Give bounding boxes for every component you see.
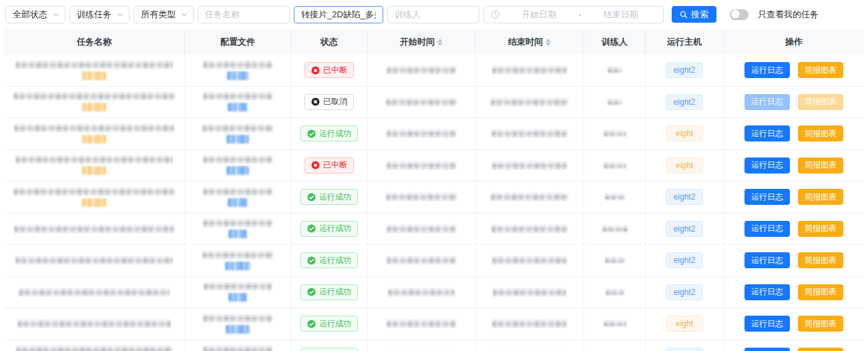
config-link-redacted[interactable] xyxy=(226,135,249,143)
host-cell: eight xyxy=(646,150,724,182)
search-icon xyxy=(680,11,688,19)
start-time-cell xyxy=(368,245,475,276)
task-name-filter-input[interactable] xyxy=(294,6,383,23)
column-header-开始时间[interactable]: 开始时间 xyxy=(368,29,475,55)
task-name-redacted xyxy=(15,61,173,69)
start-time-cell xyxy=(368,150,475,182)
config-file-cell xyxy=(185,277,291,308)
config-file-redacted xyxy=(202,124,273,132)
task-tag-redacted xyxy=(82,71,106,80)
sort-icon[interactable] xyxy=(546,39,551,46)
host-cell: eight2 xyxy=(646,245,724,276)
run-log-button[interactable]: 运行日志 xyxy=(744,157,790,173)
category-select[interactable]: 所有类型 xyxy=(134,6,194,23)
date-range-separator: - xyxy=(578,9,581,19)
start-time-redacted xyxy=(386,193,457,201)
trainer-input[interactable] xyxy=(387,6,479,23)
column-header-结束时间[interactable]: 结束时间 xyxy=(475,29,584,55)
report-chart-button[interactable]: 简报图表 xyxy=(798,62,843,78)
report-chart-button[interactable]: 简报图表 xyxy=(798,94,843,110)
status-filter-value: 全部状态 xyxy=(13,9,47,21)
config-link-redacted[interactable] xyxy=(226,325,250,334)
end-time-cell xyxy=(475,245,584,276)
trainer-cell xyxy=(584,182,646,213)
status-cell: 运行成功 xyxy=(291,340,368,351)
end-time-redacted xyxy=(491,193,568,201)
start-time-cell xyxy=(368,55,475,86)
category-value: 所有类型 xyxy=(141,9,176,21)
report-chart-button[interactable]: 简报图表 xyxy=(798,316,843,332)
status-filter-select[interactable]: 全部状态 xyxy=(5,6,65,23)
table-row: 已中断eight运行日志简报图表 xyxy=(4,150,864,182)
chevron-down-icon xyxy=(53,11,59,18)
config-link-redacted[interactable] xyxy=(226,166,249,175)
column-header-运行主机: 运行主机 xyxy=(646,29,724,55)
run-log-button[interactable]: 运行日志 xyxy=(744,284,790,300)
run-log-button[interactable]: 运行日志 xyxy=(744,316,790,332)
config-link-redacted[interactable] xyxy=(228,198,248,207)
report-chart-button[interactable]: 简报图表 xyxy=(798,284,843,300)
run-log-button[interactable]: 运行日志 xyxy=(744,94,790,110)
column-header-label: 结束时间 xyxy=(508,36,543,48)
host-tag: eight xyxy=(666,157,703,173)
run-log-button[interactable]: 运行日志 xyxy=(744,189,790,205)
status-cell: 已取消 xyxy=(291,87,368,118)
run-log-button[interactable]: 运行日志 xyxy=(744,62,790,78)
task-name-redacted xyxy=(16,346,172,351)
start-time-cell xyxy=(368,87,475,118)
run-log-button[interactable]: 运行日志 xyxy=(744,252,790,268)
host-tag: eight2 xyxy=(666,189,703,205)
report-chart-button[interactable]: 简报图表 xyxy=(798,189,843,205)
config-file-redacted xyxy=(203,346,272,351)
config-link-redacted[interactable] xyxy=(227,71,248,80)
end-time-cell xyxy=(475,340,584,351)
task-tag-redacted xyxy=(82,166,106,175)
host-cell: eight2 xyxy=(646,277,724,308)
start-time-redacted xyxy=(387,256,456,264)
task-tag-redacted xyxy=(82,135,106,143)
config-file-cell xyxy=(185,87,291,118)
run-log-button[interactable]: 运行日志 xyxy=(744,221,790,237)
config-link-redacted[interactable] xyxy=(228,230,247,238)
start-time-redacted xyxy=(387,161,456,169)
trainer-cell xyxy=(584,87,646,118)
column-header-label: 状态 xyxy=(320,36,338,48)
task-name-cell xyxy=(4,87,185,118)
status-badge: 运行成功 xyxy=(300,252,358,268)
status-label: 运行成功 xyxy=(319,128,351,139)
config-link-redacted[interactable] xyxy=(228,293,247,302)
only-mine-toggle[interactable] xyxy=(730,9,748,20)
host-tag: eight2 xyxy=(666,221,703,237)
table-header: 任务名称配置文件状态开始时间结束时间训练人运行主机操作 xyxy=(4,29,864,55)
sort-icon[interactable] xyxy=(437,39,443,46)
config-link-redacted[interactable] xyxy=(225,262,250,270)
check-circle-icon xyxy=(307,256,316,265)
start-time-cell xyxy=(368,277,475,308)
status-cell: 运行成功 xyxy=(291,245,368,276)
config-file-redacted xyxy=(203,314,272,322)
config-file-redacted xyxy=(203,92,272,100)
report-chart-button[interactable]: 简报图表 xyxy=(798,157,843,173)
report-chart-button[interactable]: 简报图表 xyxy=(798,348,843,351)
trainer-redacted xyxy=(604,130,626,137)
status-label: 运行成功 xyxy=(319,286,351,298)
trainer-cell xyxy=(584,340,646,351)
status-label: 运行成功 xyxy=(319,223,351,234)
end-time-redacted xyxy=(491,225,568,233)
search-button[interactable]: 搜索 xyxy=(672,6,716,23)
config-link-redacted[interactable] xyxy=(228,103,248,111)
report-chart-button[interactable]: 简报图表 xyxy=(798,252,843,268)
column-header-操作: 操作 xyxy=(724,29,864,55)
report-chart-button[interactable]: 简报图表 xyxy=(798,221,843,237)
report-chart-button[interactable]: 简报图表 xyxy=(798,125,843,141)
task-name-input[interactable] xyxy=(198,6,290,23)
config-file-redacted xyxy=(204,282,272,290)
table-row: 运行成功eight2运行日志简报图表 xyxy=(4,277,864,309)
status-badge: 已中断 xyxy=(304,157,354,173)
run-log-button[interactable]: 运行日志 xyxy=(744,348,790,351)
run-log-button[interactable]: 运行日志 xyxy=(744,125,790,141)
date-range-picker[interactable]: 开始日期 - 结束日期 xyxy=(483,6,664,23)
config-file-cell xyxy=(185,55,291,86)
end-time-redacted xyxy=(492,256,567,264)
task-type-select[interactable]: 训练任务 xyxy=(69,6,130,23)
